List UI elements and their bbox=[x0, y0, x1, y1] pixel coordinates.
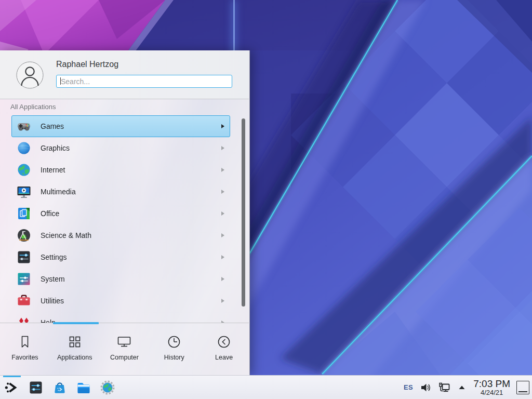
digital-clock[interactable]: 7:03 PM 4/24/21 bbox=[473, 379, 510, 396]
menu-item-graphics[interactable]: Graphics bbox=[11, 137, 230, 159]
settings-icon bbox=[16, 249, 32, 265]
submenu-arrow-icon bbox=[221, 299, 224, 303]
search-input-field[interactable] bbox=[57, 75, 232, 87]
system-tray: ES bbox=[404, 381, 466, 394]
taskbar-app-icons bbox=[0, 380, 115, 395]
graphics-icon bbox=[16, 140, 32, 156]
dolphin-folder-icon bbox=[76, 380, 91, 395]
history-icon bbox=[166, 334, 182, 350]
menu-item-settings[interactable]: Settings bbox=[11, 246, 230, 268]
menu-item-multimedia[interactable]: Multimedia bbox=[11, 181, 230, 203]
favorites-icon bbox=[17, 334, 33, 350]
show-desktop-button[interactable] bbox=[516, 381, 529, 394]
user-name: Raphael Hertzog bbox=[56, 60, 118, 69]
submenu-arrow-icon bbox=[221, 255, 224, 259]
text-cursor bbox=[60, 77, 61, 85]
multimedia-icon bbox=[16, 184, 32, 200]
games-icon bbox=[16, 118, 32, 134]
volume-icon[interactable] bbox=[420, 382, 431, 393]
submenu-arrow-icon bbox=[221, 146, 224, 150]
active-tab-indicator bbox=[53, 322, 99, 324]
web-browser-icon bbox=[100, 380, 115, 395]
submenu-arrow-icon bbox=[221, 233, 224, 237]
menu-item-system[interactable]: System bbox=[11, 268, 230, 290]
discover-icon bbox=[52, 380, 68, 395]
expand-tray-arrow-icon[interactable] bbox=[458, 383, 466, 392]
menu-item-games[interactable]: Games bbox=[11, 115, 230, 137]
submenu-arrow-icon bbox=[221, 124, 224, 128]
menu-item-internet[interactable]: Internet bbox=[11, 159, 230, 181]
kde-launcher-icon bbox=[4, 380, 20, 395]
tab-favorites[interactable]: Favorites bbox=[0, 323, 50, 375]
search-input[interactable] bbox=[56, 75, 232, 88]
section-label: All Applications bbox=[10, 103, 56, 111]
science-math-icon bbox=[16, 228, 32, 243]
clock-time: 7:03 PM bbox=[473, 379, 510, 389]
scrollbar[interactable] bbox=[242, 118, 245, 307]
submenu-arrow-icon bbox=[221, 190, 224, 194]
launcher-header: Raphael Hertzog bbox=[0, 50, 249, 99]
tab-leave[interactable]: Leave bbox=[199, 323, 249, 375]
office-icon bbox=[16, 206, 32, 221]
application-launcher-button[interactable] bbox=[4, 380, 20, 395]
menu-item-science-math[interactable]: Science & Math bbox=[11, 224, 230, 246]
menu-item-help[interactable]: Help bbox=[11, 312, 230, 323]
menu-item-office[interactable]: Office bbox=[11, 203, 230, 224]
file-manager-button[interactable] bbox=[76, 380, 91, 395]
web-browser-button[interactable] bbox=[100, 380, 115, 395]
system-icon bbox=[16, 271, 32, 287]
submenu-arrow-icon bbox=[221, 168, 224, 172]
help-icon bbox=[16, 315, 32, 323]
system-settings-icon bbox=[28, 380, 44, 395]
system-settings-button[interactable] bbox=[28, 380, 44, 395]
discover-button[interactable] bbox=[52, 380, 68, 395]
internet-icon bbox=[16, 162, 32, 178]
user-avatar[interactable] bbox=[16, 61, 44, 89]
application-launcher-menu: Raphael Hertzog All Applications bbox=[0, 50, 250, 375]
launcher-tabbar: Favorites Applications bbox=[0, 323, 249, 375]
utilities-icon bbox=[16, 293, 32, 309]
computer-icon bbox=[116, 334, 132, 350]
tab-applications[interactable]: Applications bbox=[50, 323, 100, 375]
leave-icon bbox=[216, 334, 232, 350]
category-list: Games Graphics bbox=[0, 115, 249, 323]
keyboard-layout-indicator[interactable]: ES bbox=[404, 383, 413, 391]
tab-computer[interactable]: Computer bbox=[100, 323, 150, 375]
taskbar: ES 7:03 PM 4/24/21 bbox=[0, 375, 532, 399]
menu-item-utilities[interactable]: Utilities bbox=[11, 290, 230, 312]
applications-icon bbox=[67, 334, 83, 350]
clock-date: 4/24/21 bbox=[473, 389, 510, 396]
desktop: Raphael Hertzog All Applications bbox=[0, 0, 532, 399]
submenu-arrow-icon bbox=[221, 211, 224, 216]
submenu-arrow-icon bbox=[221, 277, 224, 281]
tab-history[interactable]: History bbox=[149, 323, 199, 375]
network-icon[interactable] bbox=[438, 381, 451, 394]
